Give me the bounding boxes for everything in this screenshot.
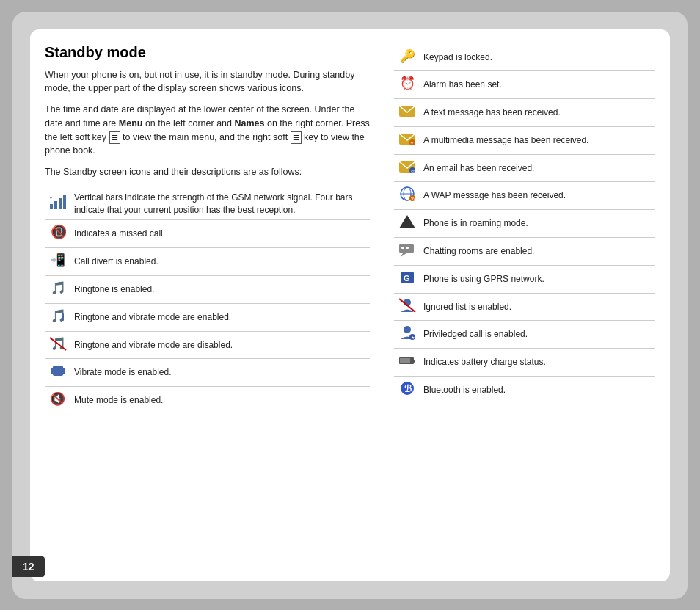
svg-text:🔇: 🔇 — [50, 391, 66, 407]
svg-rect-34 — [401, 247, 404, 249]
right-icon-table: 🔑 Keypad is locked. ⏰ Alarm has been set… — [394, 44, 655, 404]
svg-rect-0 — [50, 204, 53, 209]
desc-battery: Indicates battery charge status. — [420, 349, 655, 377]
desc-email: An email has been received. — [420, 154, 655, 182]
svg-text:📲: 📲 — [50, 253, 66, 268]
icon-ringtone-vib: 🎵 — [45, 303, 71, 331]
icon-mms: ✦ — [394, 126, 420, 154]
svg-rect-15 — [63, 368, 65, 374]
svg-text:⏰: ⏰ — [400, 76, 416, 91]
svg-text:🎵: 🎵 — [51, 308, 67, 324]
table-row: 🎵 Ringtone is enabled. — [45, 275, 370, 303]
icon-roam — [394, 210, 420, 238]
desc-mute: Mute mode is enabled. — [71, 387, 370, 414]
desc-alarm: Alarm has been set. — [420, 71, 655, 99]
table-row: W A WAP message has been received. — [394, 182, 655, 210]
icon-divert: 📲 — [45, 248, 71, 276]
icon-chat — [394, 238, 420, 266]
svg-rect-3 — [63, 195, 66, 209]
table-row: Y . Vertical bars indicate the strength … — [45, 188, 370, 220]
desc-gprs: Phone is using GPRS network. — [420, 265, 655, 293]
svg-rect-35 — [406, 247, 409, 249]
desc-vibrate: Vibrate mode is enabled. — [71, 359, 370, 387]
desc-missed: Indicates a missed call. — [71, 220, 370, 248]
desc-privil: Priviledged call is enabled. — [420, 321, 655, 349]
icon-ignored — [394, 293, 420, 321]
intro-paragraph-1: When your phone is on, but not in use, i… — [45, 68, 370, 96]
svg-text:🎵: 🎵 — [51, 280, 67, 296]
icon-missed: 📵 — [45, 220, 71, 248]
table-row: 🔑 Keypad is locked. — [394, 44, 655, 71]
svg-text:ℬ: ℬ — [404, 383, 412, 394]
icon-signal: Y . — [45, 188, 71, 220]
icon-gprs: G — [394, 265, 420, 293]
icon-privil: ★ — [394, 321, 420, 349]
table-row: G Phone is using GPRS network. — [394, 265, 655, 293]
svg-rect-1 — [54, 201, 57, 209]
desc-mms: A multimedia message has been received. — [420, 126, 655, 154]
desc-ringtone: Ringtone is enabled. — [71, 275, 370, 303]
table-row: ℬ Bluetooth is enabled. — [394, 377, 655, 404]
desc-ringtone-vib-off: Ringtone and vibrate mode are disabled. — [71, 331, 370, 359]
table-row: 📵 Indicates a missed call. — [45, 220, 370, 248]
icon-ringtone-vib-off: 🎵 — [45, 331, 71, 359]
svg-text:🔑: 🔑 — [400, 48, 416, 64]
desc-lock: Keypad is locked. — [420, 44, 655, 71]
left-column: Standby mode When your phone is on, but … — [45, 44, 382, 567]
svg-marker-33 — [401, 253, 406, 257]
table-row: Vibrate mode is enabled. — [45, 359, 370, 387]
svg-rect-2 — [59, 198, 62, 209]
table-row: A text message has been received. — [394, 99, 655, 127]
page: Standby mode When your phone is on, but … — [12, 12, 688, 599]
content-box: Standby mode When your phone is on, but … — [30, 29, 670, 581]
icon-email: @ — [394, 154, 420, 182]
svg-rect-10 — [62, 313, 64, 321]
page-number: 12 — [12, 556, 45, 577]
icon-bt: ℬ — [394, 377, 420, 404]
svg-text:W: W — [411, 196, 416, 201]
svg-rect-13 — [53, 366, 63, 376]
table-row: Ignored list is enabled. — [394, 293, 655, 321]
desc-roam: Phone is in roaming mode. — [420, 210, 655, 238]
desc-signal: Vertical bars indicate the strength of t… — [71, 188, 370, 220]
table-row: ★ Priviledged call is enabled. — [394, 321, 655, 349]
icon-sms — [394, 99, 420, 127]
table-row: Indicates battery charge status. — [394, 349, 655, 377]
table-row: Phone is in roaming mode. — [394, 210, 655, 238]
intro-paragraph-3: The Standby screen icons and their descr… — [45, 165, 370, 179]
table-row: 📲 Call divert is enabled. — [45, 248, 370, 276]
icon-vibrate — [45, 359, 71, 387]
svg-point-40 — [404, 326, 411, 333]
icon-battery — [394, 349, 420, 377]
svg-text:📵: 📵 — [51, 224, 68, 240]
table-row: ✦ A multimedia message has been received… — [394, 126, 655, 154]
desc-chat: Chatting rooms are enabled. — [420, 238, 655, 266]
svg-text:★: ★ — [411, 335, 415, 340]
icon-ringtone: 🎵 — [45, 275, 71, 303]
svg-text:G: G — [404, 274, 410, 283]
icon-wap: W — [394, 182, 420, 210]
table-row: 🎵 Ringtone and vibrate mode are disabled… — [45, 331, 370, 359]
desc-wap: A WAP message has been received. — [420, 182, 655, 210]
table-row: 🎵 Ringtone and vibrate mode are enabled. — [45, 303, 370, 331]
desc-divert: Call divert is enabled. — [71, 248, 370, 276]
right-column: 🔑 Keypad is locked. ⏰ Alarm has been set… — [382, 44, 655, 567]
desc-ignored: Ignored list is enabled. — [420, 293, 655, 321]
table-row: 🔇 Mute mode is enabled. — [45, 387, 370, 414]
icon-alarm: ⏰ — [394, 71, 420, 99]
svg-rect-14 — [51, 368, 53, 374]
svg-rect-45 — [400, 358, 410, 363]
left-icon-table: Y . Vertical bars indicate the strength … — [45, 188, 370, 414]
table-row: Chatting rooms are enabled. — [394, 238, 655, 266]
svg-text:✦: ✦ — [410, 141, 414, 145]
intro-paragraph-2: The time and date are displayed at the l… — [45, 103, 370, 158]
desc-ringtone-vib: Ringtone and vibrate mode are enabled. — [71, 303, 370, 331]
icon-lock: 🔑 — [394, 44, 420, 71]
svg-rect-44 — [414, 360, 415, 363]
desc-bt: Bluetooth is enabled. — [420, 377, 655, 404]
svg-text:@: @ — [411, 169, 415, 173]
svg-marker-31 — [399, 215, 415, 228]
desc-sms: A text message has been received. — [420, 99, 655, 127]
icon-mute: 🔇 — [45, 387, 71, 414]
table-row: @ An email has been received. — [394, 154, 655, 182]
